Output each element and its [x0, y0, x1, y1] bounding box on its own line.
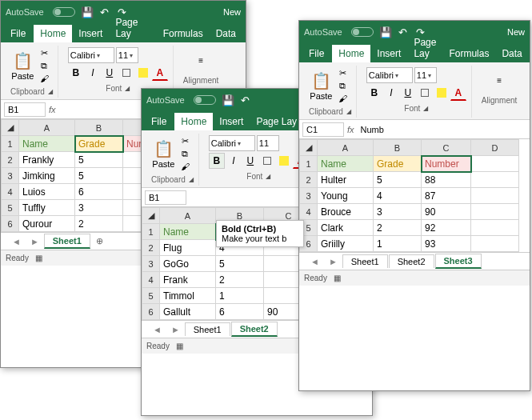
fill-color-button[interactable] — [434, 85, 450, 101]
cell[interactable]: 5 — [374, 172, 422, 188]
tab-page-layout[interactable]: Page Lay — [109, 14, 156, 42]
row-header[interactable]: 1 — [2, 136, 19, 152]
tab-file[interactable]: File — [145, 113, 174, 130]
name-box[interactable] — [4, 102, 46, 117]
cell[interactable]: Griilly — [318, 236, 374, 252]
font-name-select[interactable]: Calibri▾ — [366, 67, 413, 83]
cell[interactable]: 2 — [216, 272, 264, 288]
alignment-button[interactable]: ≡ — [490, 67, 509, 93]
tab-file[interactable]: File — [302, 45, 332, 62]
cell[interactable]: 90 — [422, 204, 471, 220]
cell[interactable]: Name — [19, 136, 75, 152]
paste-button[interactable]: 📋 Paste — [11, 50, 34, 81]
cell[interactable]: Young — [318, 188, 374, 204]
tab-home[interactable]: Home — [34, 25, 72, 42]
select-all[interactable]: ◢ — [142, 208, 160, 224]
alignment-button[interactable]: ≡ — [191, 47, 210, 73]
bold-button[interactable]: B — [366, 85, 382, 101]
col-header-b[interactable]: B — [75, 120, 123, 136]
tab-insert[interactable]: Insert — [213, 113, 250, 130]
sheet-nav-prev-icon[interactable]: ◄ — [148, 325, 166, 334]
tab-data[interactable]: Data — [210, 25, 242, 42]
cell[interactable]: Qurour — [19, 216, 75, 232]
cell[interactable]: 93 — [422, 236, 471, 252]
underline-button[interactable]: U — [102, 65, 118, 81]
cell[interactable]: 6 — [216, 304, 264, 320]
cell[interactable]: 5 — [75, 152, 123, 168]
italic-button[interactable]: I — [226, 153, 242, 169]
sheet-nav-next-icon[interactable]: ► — [324, 257, 342, 266]
tab-insert[interactable]: Insert — [370, 45, 407, 62]
cell[interactable]: Luios — [19, 184, 75, 200]
cell[interactable]: 3 — [75, 200, 123, 216]
border-button[interactable] — [417, 85, 433, 101]
paste-button[interactable]: 📋 Paste — [152, 138, 174, 169]
bold-button[interactable]: B — [209, 153, 225, 169]
formula-value[interactable]: Numb — [358, 125, 526, 134]
col-header-a[interactable]: A — [19, 120, 75, 136]
copy-icon[interactable]: ⧉ — [37, 60, 51, 71]
font-color-button[interactable]: A — [152, 65, 168, 81]
cut-icon[interactable]: ✂ — [37, 47, 51, 58]
name-box[interactable] — [145, 190, 186, 205]
macro-record-icon[interactable]: ▦ — [35, 254, 42, 262]
bold-button[interactable]: B — [68, 65, 84, 81]
tab-insert[interactable]: Insert — [72, 25, 109, 42]
save-icon[interactable]: 💾 — [380, 26, 391, 38]
cell[interactable]: 3 — [374, 204, 422, 220]
fill-color-button[interactable] — [135, 65, 151, 81]
col-header-a[interactable]: A — [160, 208, 216, 224]
paste-button[interactable]: 📋 Paste — [310, 70, 332, 101]
cell[interactable]: 2 — [374, 220, 422, 236]
cell[interactable]: 6 — [75, 184, 123, 200]
font-size-select[interactable]: 11▾ — [116, 47, 138, 63]
tab-home[interactable]: Home — [332, 45, 370, 62]
dialog-launcher-icon[interactable]: ◢ — [423, 105, 428, 112]
cell[interactable]: 1 — [374, 236, 422, 252]
cell-selected[interactable]: Grade — [75, 136, 123, 152]
copy-icon[interactable]: ⧉ — [178, 148, 192, 159]
sheet-nav-prev-icon[interactable]: ◄ — [7, 237, 26, 246]
tab-file[interactable]: File — [4, 25, 34, 42]
col-header-a[interactable]: A — [318, 140, 374, 156]
sheet-nav-next-icon[interactable]: ► — [166, 325, 185, 334]
cell[interactable]: Name — [160, 224, 216, 240]
cell[interactable]: 1 — [216, 288, 264, 304]
select-all[interactable]: ◢ — [2, 120, 19, 136]
border-button[interactable] — [259, 153, 275, 169]
undo-icon[interactable]: ↶ — [240, 94, 251, 106]
autosave-toggle[interactable] — [194, 95, 216, 105]
cell[interactable]: Grade — [374, 156, 422, 172]
cell[interactable]: 87 — [422, 188, 471, 204]
sheet-tab-3[interactable]: Sheet3 — [435, 254, 482, 269]
tab-page-layout[interactable]: Page Lay — [407, 34, 442, 62]
tab-formulas[interactable]: Formulas — [442, 45, 495, 62]
font-size-select[interactable]: 11▾ — [414, 67, 437, 83]
cell[interactable]: GoGo — [160, 256, 216, 272]
cell[interactable]: Timmol — [160, 288, 216, 304]
cell[interactable]: Name — [318, 156, 374, 172]
autosave-toggle[interactable] — [351, 27, 374, 37]
underline-button[interactable]: U — [242, 153, 258, 169]
add-sheet-icon[interactable]: ⊕ — [91, 236, 108, 246]
cell[interactable]: Jimking — [19, 168, 75, 184]
cut-icon[interactable]: ✂ — [178, 135, 192, 146]
col-header-c[interactable]: C — [422, 140, 471, 156]
cell[interactable]: 5 — [75, 168, 123, 184]
italic-button[interactable]: I — [383, 85, 399, 101]
font-name-select[interactable]: Calibri▾ — [209, 135, 255, 151]
cell[interactable]: 88 — [422, 172, 471, 188]
font-name-select[interactable]: Calibri▾ — [68, 47, 114, 63]
macro-record-icon[interactable]: ▦ — [334, 274, 341, 282]
cell[interactable]: Frank — [160, 272, 216, 288]
tab-page-layout[interactable]: Page Lay — [250, 113, 303, 130]
fill-color-button[interactable] — [276, 153, 292, 169]
sheet-tab-1[interactable]: Sheet1 — [342, 254, 388, 268]
grid[interactable]: ◢ABCD 1NameGradeNumber 2Hulter588 3Young… — [299, 139, 530, 252]
dialog-launcher-icon[interactable]: ◢ — [266, 173, 270, 180]
cell[interactable]: Gallult — [160, 304, 216, 320]
format-painter-icon[interactable]: 🖌 — [335, 93, 350, 104]
cell[interactable]: Clark — [318, 220, 374, 236]
col-header-d[interactable]: D — [471, 140, 519, 156]
sheet-nav-prev-icon[interactable]: ◄ — [306, 257, 324, 266]
